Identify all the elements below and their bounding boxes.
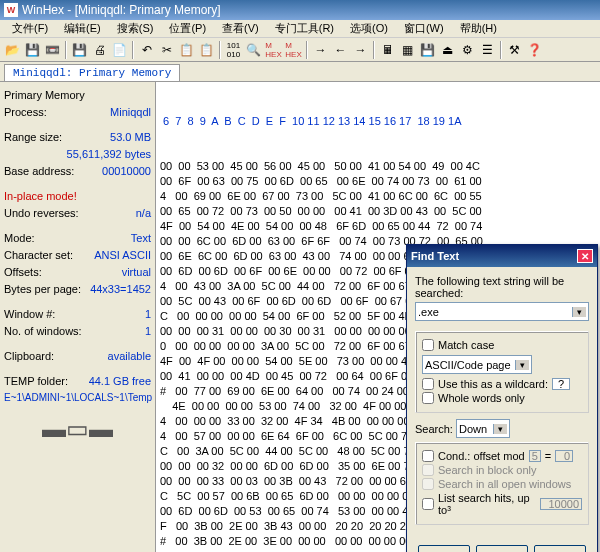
open-icon[interactable]: 📂 xyxy=(3,40,22,59)
options-icon[interactable]: ⚒ xyxy=(505,40,524,59)
inplace-mode: In-place mode! xyxy=(4,189,77,203)
mode-label: Mode: xyxy=(4,231,35,245)
tab-file[interactable]: Miniqqdl: Primary Memory xyxy=(4,64,180,81)
print-icon[interactable]: 🖨 xyxy=(90,40,109,59)
chip-icon: ▬▭▬ xyxy=(4,415,151,443)
range-label: Range size: xyxy=(4,130,62,144)
gear-icon[interactable]: ⚙ xyxy=(458,40,477,59)
menu-view[interactable]: 查看(V) xyxy=(214,21,267,36)
info-sidebar: Primary Memory Process:Miniqqdl Range si… xyxy=(0,82,156,552)
goto-icon[interactable]: → xyxy=(311,40,330,59)
undo-icon[interactable]: ↶ xyxy=(137,40,156,59)
clip-value[interactable]: available xyxy=(108,349,151,363)
list-hits-checkbox[interactable]: List search hits, up to³ xyxy=(422,492,582,516)
base-value: 00010000 xyxy=(102,164,151,178)
menu-window[interactable]: 窗口(W) xyxy=(396,21,452,36)
range-value: 53.0 MB xyxy=(110,130,151,144)
cond-mod-input xyxy=(529,450,541,462)
fwd-icon[interactable]: → xyxy=(351,40,370,59)
menu-position[interactable]: 位置(P) xyxy=(161,21,214,36)
hex-header: 6 7 8 9 A B C D E F 10 11 12 13 14 15 16… xyxy=(160,114,596,129)
find-text-icon[interactable]: MHEX xyxy=(284,40,303,59)
window-title: WinHex - [Miniqqdl: Primary Memory] xyxy=(22,3,221,17)
process-label: Process: xyxy=(4,105,47,119)
temp-value: 44.1 GB free xyxy=(89,374,151,388)
save-icon[interactable]: 💾 xyxy=(70,40,89,59)
find-text-dialog: Find Text ✕ The following text string wi… xyxy=(406,244,598,552)
offsets-label: Offsets: xyxy=(4,265,42,279)
nowin-value: 1 xyxy=(145,324,151,338)
close-icon[interactable]: ✕ xyxy=(577,249,593,263)
menu-options[interactable]: 选项(O) xyxy=(342,21,396,36)
wildcard-checkbox[interactable]: Use this as a wildcard: xyxy=(422,378,582,390)
advanced-group: Cond.: offset mod = Search in block only… xyxy=(415,442,589,525)
all-windows-checkbox: Search in all open windows xyxy=(422,478,582,490)
clip-label: Clipboard: xyxy=(4,349,54,363)
app-icon: W xyxy=(4,3,18,17)
list-hits-input xyxy=(540,498,582,510)
mode-value[interactable]: Text xyxy=(131,231,151,245)
find-icon[interactable]: 🔍 xyxy=(244,40,263,59)
match-case-checkbox[interactable]: Match case xyxy=(422,339,582,351)
ok-button[interactable]: OK xyxy=(418,545,470,552)
help-button[interactable]: Help xyxy=(534,545,586,552)
cut-icon[interactable]: ✂ xyxy=(157,40,176,59)
charset-label: Character set: xyxy=(4,248,73,262)
base-label: Base address: xyxy=(4,164,74,178)
menubar: 文件(F) 编辑(E) 搜索(S) 位置(P) 查看(V) 专门工具(R) 选项… xyxy=(0,20,600,38)
charset-value[interactable]: ANSI ASCII xyxy=(94,248,151,262)
block-only-checkbox: Search in block only xyxy=(422,464,582,476)
menu-edit[interactable]: 编辑(E) xyxy=(56,21,109,36)
menu-search[interactable]: 搜索(S) xyxy=(109,21,162,36)
toolbar: 📂 💾 📼 💾 🖨 📄 ↶ ✂ 📋 📋 101010 🔍 MHEX MHEX →… xyxy=(0,38,600,62)
page-icon[interactable]: 📄 xyxy=(110,40,129,59)
back-icon[interactable]: ← xyxy=(331,40,350,59)
calc-icon[interactable]: 🖩 xyxy=(378,40,397,59)
process-value: Miniqqdl xyxy=(110,105,151,119)
whole-words-checkbox[interactable]: Whole words only xyxy=(422,392,582,404)
search-direction-combo[interactable]: Down xyxy=(456,419,510,438)
wildcard-char[interactable] xyxy=(552,378,570,390)
hex-icon[interactable]: 101010 xyxy=(224,40,243,59)
range-bytes: 55,611,392 bytes xyxy=(67,147,151,161)
offsets-value[interactable]: virtual xyxy=(122,265,151,279)
dialog-titlebar[interactable]: Find Text ✕ xyxy=(407,245,597,267)
cond-rem-input xyxy=(555,450,573,462)
winnum-label: Window #: xyxy=(4,307,55,321)
search-input[interactable]: .exe xyxy=(415,302,589,321)
undo-label: Undo reverses: xyxy=(4,206,79,220)
menu-tools[interactable]: 专门工具(R) xyxy=(267,21,342,36)
disk-icon[interactable]: 💾 xyxy=(23,40,42,59)
cond-checkbox[interactable]: Cond.: offset mod = xyxy=(422,450,582,462)
drive-icon[interactable]: 📼 xyxy=(43,40,62,59)
search-prompt: The following text string will be search… xyxy=(415,275,589,299)
tabbar: Miniqqdl: Primary Memory xyxy=(0,62,600,82)
eject-icon[interactable]: ⏏ xyxy=(438,40,457,59)
paste-icon[interactable]: 📋 xyxy=(197,40,216,59)
winnum-value: 1 xyxy=(145,307,151,321)
ram-icon[interactable]: ▦ xyxy=(398,40,417,59)
search-direction-label: Search: xyxy=(415,423,453,435)
bpp-label: Bytes per page: xyxy=(4,282,81,296)
codepage-combo[interactable]: ASCII/Code page xyxy=(422,355,532,374)
undo-value: n/a xyxy=(136,206,151,220)
section-title: Primary Memory xyxy=(4,88,85,102)
bpp-value: 44x33=1452 xyxy=(90,282,151,296)
menu-help[interactable]: 帮助(H) xyxy=(452,21,505,36)
nowin-label: No. of windows: xyxy=(4,324,82,338)
dialog-title: Find Text xyxy=(411,250,459,262)
temp-label: TEMP folder: xyxy=(4,374,68,388)
help-icon[interactable]: ❓ xyxy=(525,40,544,59)
copy-icon[interactable]: 📋 xyxy=(177,40,196,59)
temp-path[interactable]: E~1\ADMINI~1\LOCALS~1\Temp xyxy=(4,391,151,405)
menu-file[interactable]: 文件(F) xyxy=(4,21,56,36)
list-icon[interactable]: ☰ xyxy=(478,40,497,59)
options-group: Match case ASCII/Code page Use this as a… xyxy=(415,331,589,413)
cancel-button[interactable]: Cancel xyxy=(476,545,528,552)
floppy-icon[interactable]: 💾 xyxy=(418,40,437,59)
window-titlebar: W WinHex - [Miniqqdl: Primary Memory] xyxy=(0,0,600,20)
find-hex-icon[interactable]: MHEX xyxy=(264,40,283,59)
